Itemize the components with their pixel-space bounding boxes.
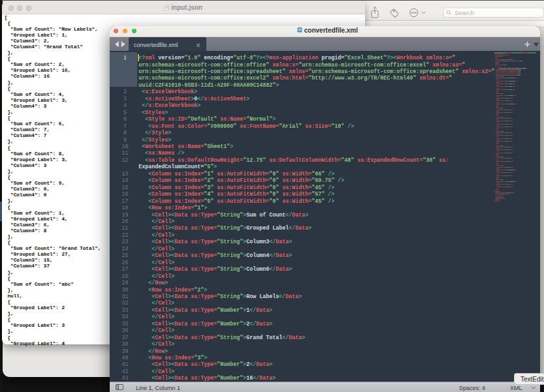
svg-text:Search: Search <box>455 9 474 16</box>
